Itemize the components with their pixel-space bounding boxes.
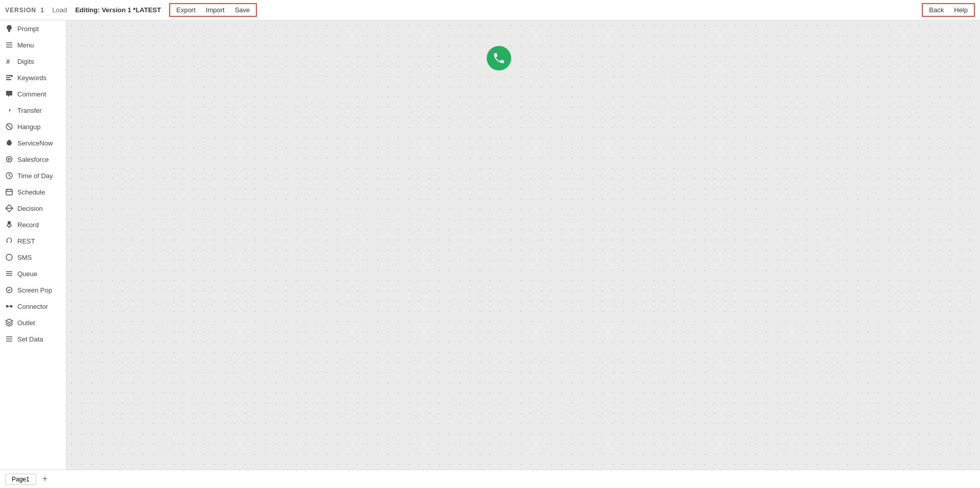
queue-label: Queue	[17, 270, 37, 278]
timeofday-icon	[5, 172, 13, 180]
svg-point-5	[11, 75, 13, 77]
connector-label: Connector	[17, 303, 48, 310]
comment-label: Comment	[17, 90, 46, 98]
svg-point-22	[10, 305, 13, 308]
sms-icon	[5, 253, 13, 261]
sidebar-item-salesforce[interactable]: Salesforce	[0, 151, 66, 167]
rest-icon	[5, 237, 13, 245]
sidebar-item-rest[interactable]: REST	[0, 233, 66, 249]
record-icon	[5, 221, 13, 229]
header-right-box: Back Help	[922, 3, 975, 17]
help-button[interactable]: Help	[952, 5, 970, 15]
editing-label: Editing: Version 1 *LATEST	[75, 6, 161, 14]
svg-line-7	[7, 125, 11, 129]
export-button[interactable]: Export	[174, 5, 198, 15]
setdata-label: Set Data	[17, 335, 43, 343]
sms-label: SMS	[17, 254, 32, 261]
sidebar-item-queue[interactable]: Queue	[0, 265, 66, 282]
svg-rect-2	[6, 44, 12, 45]
sidebar-item-connector[interactable]: Connector	[0, 298, 66, 314]
import-button[interactable]: Import	[204, 5, 227, 15]
servicenow-label: ServiceNow	[17, 139, 53, 147]
sidebar: Prompt Menu # Digits Keywords Comment	[0, 20, 66, 470]
svg-text:#: #	[6, 58, 10, 65]
sidebar-item-timeofday[interactable]: Time of Day	[0, 167, 66, 184]
keywords-label: Keywords	[17, 74, 46, 82]
sidebar-item-schedule[interactable]: Schedule	[0, 184, 66, 200]
svg-rect-17	[6, 272, 12, 273]
transfer-label: Transfer	[17, 107, 42, 114]
sidebar-item-hangup[interactable]: Hangup	[0, 118, 66, 135]
svg-rect-18	[6, 273, 12, 274]
sidebar-item-screenpop[interactable]: Screen Pop	[0, 282, 66, 298]
canvas[interactable]	[66, 20, 980, 470]
decision-icon	[5, 204, 13, 212]
svg-rect-11	[6, 189, 12, 195]
hangup-label: Hangup	[17, 123, 41, 131]
svg-rect-0	[8, 31, 10, 32]
svg-rect-3	[6, 47, 12, 48]
sidebar-item-prompt[interactable]: Prompt	[0, 20, 66, 37]
svg-point-21	[6, 305, 9, 308]
phone-node[interactable]	[487, 46, 511, 70]
transfer-icon	[5, 106, 13, 114]
sidebar-item-setdata[interactable]: Set Data	[0, 331, 66, 347]
digits-icon: #	[5, 57, 13, 65]
add-page-button[interactable]: +	[40, 474, 50, 484]
sidebar-item-outlet[interactable]: Outlet	[0, 314, 66, 331]
svg-rect-24	[6, 336, 12, 337]
sidebar-item-comment[interactable]: Comment	[0, 86, 66, 102]
keywords-icon	[5, 74, 13, 82]
svg-rect-26	[6, 341, 12, 342]
prompt-label: Prompt	[17, 25, 39, 33]
record-label: Record	[17, 221, 39, 229]
screenpop-label: Screen Pop	[17, 286, 52, 294]
schedule-label: Schedule	[17, 188, 45, 196]
svg-rect-25	[6, 338, 12, 339]
connector-icon	[5, 302, 13, 310]
svg-rect-1	[6, 42, 12, 43]
load-button[interactable]: Load	[52, 6, 67, 14]
screenpop-icon	[5, 286, 13, 294]
setdata-icon	[5, 335, 13, 343]
salesforce-icon	[5, 155, 13, 163]
sidebar-item-servicenow[interactable]: ServiceNow	[0, 135, 66, 151]
prompt-icon	[5, 25, 13, 33]
back-button[interactable]: Back	[927, 5, 946, 15]
svg-rect-19	[6, 275, 12, 276]
menu-label: Menu	[17, 41, 34, 49]
outlet-label: Outlet	[17, 319, 35, 327]
timeofday-label: Time of Day	[17, 172, 53, 180]
outlet-icon	[5, 319, 13, 327]
sidebar-item-record[interactable]: Record	[0, 216, 66, 233]
svg-point-16	[6, 254, 12, 260]
page1-tab[interactable]: Page1	[5, 474, 36, 485]
servicenow-icon	[5, 139, 13, 147]
svg-point-8	[7, 157, 12, 162]
queue-icon	[5, 270, 13, 278]
save-button[interactable]: Save	[233, 5, 252, 15]
svg-point-9	[8, 158, 10, 160]
sidebar-item-digits[interactable]: # Digits	[0, 53, 66, 69]
sidebar-item-keywords[interactable]: Keywords	[0, 69, 66, 86]
comment-icon	[5, 90, 13, 98]
sidebar-item-transfer[interactable]: Transfer	[0, 102, 66, 118]
digits-label: Digits	[17, 58, 34, 65]
main-layout: Prompt Menu # Digits Keywords Comment	[0, 20, 980, 470]
hangup-icon	[5, 123, 13, 131]
menu-icon	[5, 41, 13, 49]
sidebar-item-sms[interactable]: SMS	[0, 249, 66, 265]
version-number: 1	[40, 6, 44, 14]
schedule-icon	[5, 188, 13, 196]
version-label: VERSION	[5, 7, 36, 14]
salesforce-label: Salesforce	[17, 156, 49, 163]
sidebar-item-menu[interactable]: Menu	[0, 37, 66, 53]
sidebar-item-decision[interactable]: Decision	[0, 200, 66, 216]
footer: Page1 +	[0, 470, 980, 488]
header-actions-box: Export Import Save	[169, 3, 257, 17]
rest-label: REST	[17, 237, 35, 245]
header: VERSION 1 Load Editing: Version 1 *LATES…	[0, 0, 980, 20]
decision-label: Decision	[17, 205, 43, 212]
